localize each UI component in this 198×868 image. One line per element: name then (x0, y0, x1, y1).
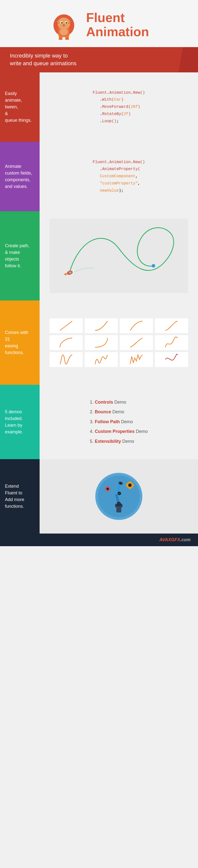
section-demos-label: 5 demosincluded.Learn byexample. (5, 409, 23, 435)
section-demos-sidebar: 5 demosincluded.Learn byexample. (0, 385, 40, 459)
svg-point-45 (107, 488, 109, 490)
header-section: Fluent Animation (0, 0, 198, 47)
svg-rect-42 (126, 485, 127, 486)
svg-point-39 (128, 484, 132, 487)
easing-grid (47, 316, 191, 369)
section-path-label: Create path,& makeobjectsfollow it. (5, 243, 30, 269)
section-easing: Comes with31easingfunctions. (0, 301, 198, 385)
easing-cell-10 (85, 352, 118, 367)
easing-cell-11 (120, 352, 153, 367)
svg-point-24 (152, 264, 155, 268)
section-path-content (40, 211, 198, 301)
tagline-banner: Incredibly simple way towrite and queue … (0, 47, 198, 72)
easing-cell-3 (120, 318, 153, 333)
svg-rect-46 (107, 486, 108, 487)
easing-cell-1 (49, 318, 83, 333)
path-demo-svg (49, 219, 188, 293)
svg-rect-17 (49, 219, 188, 293)
demo-item-1: 1. Controls Demo (90, 397, 148, 407)
section-easing-label: Comes with31easingfunctions. (5, 329, 28, 356)
demo-item-2: 2. Bounce Demo (90, 407, 148, 417)
section-path: Create path,& makeobjectsfollow it. (0, 211, 198, 301)
watermark-text: AVAXGFX.com (4, 537, 191, 542)
header-title: Fluent Animation (86, 11, 149, 39)
section-custom-content: Fluent.Animation.New() .AnimateProperty(… (40, 142, 198, 211)
svg-point-34 (118, 492, 120, 494)
demo-item-3: 3. Follow Path Demo (90, 417, 148, 427)
svg-rect-36 (119, 482, 120, 484)
section-extend-sidebar: ExtendFluent toAdd morefunctions. (0, 459, 40, 533)
code-custom: Fluent.Animation.New() .AnimateProperty(… (92, 159, 145, 194)
watermark: AVAXGFX.com (0, 533, 198, 546)
code-animate: Fluent.Animation.New() .With(Car) .MoveF… (92, 89, 145, 125)
demos-list: 1. Controls Demo 2. Bounce Demo 3. Follo… (90, 397, 148, 446)
svg-point-16 (60, 28, 68, 35)
section-custom-label: Animatecustom fields,components,and valu… (5, 163, 32, 190)
tagline-text: Incredibly simple way towrite and queue … (10, 52, 188, 67)
easing-cell-2 (85, 318, 118, 333)
svg-rect-28 (116, 506, 121, 513)
svg-rect-40 (129, 481, 131, 483)
easing-cell-9 (49, 352, 83, 367)
svg-rect-43 (132, 485, 134, 486)
section-easing-sidebar: Comes with31easingfunctions. (0, 301, 40, 385)
svg-point-32 (118, 502, 120, 505)
easing-cell-6 (85, 335, 118, 350)
svg-point-2 (57, 18, 70, 30)
section-custom-sidebar: Animatecustom fields,components,and valu… (0, 142, 40, 211)
easing-cell-8 (155, 335, 188, 350)
easing-cell-7 (120, 335, 153, 350)
svg-rect-47 (107, 491, 108, 492)
svg-rect-49 (110, 489, 111, 489)
svg-point-10 (66, 22, 67, 24)
section-extend: ExtendFluent toAdd morefunctions. (0, 459, 198, 533)
svg-point-9 (61, 22, 63, 24)
section-extend-content (40, 459, 198, 533)
section-custom: Animatecustom fields,components,and valu… (0, 142, 198, 211)
svg-point-11 (63, 24, 65, 26)
svg-rect-48 (105, 489, 106, 489)
demo-item-4: 4. Custom Properties Demo (90, 427, 148, 437)
section-path-sidebar: Create path,& makeobjectsfollow it. (0, 211, 40, 301)
section-animate-content: Fluent.Animation.New() .With(Car) .MoveF… (40, 72, 198, 142)
watermark-brand: AVAXGFX (159, 537, 180, 542)
section-easing-content (40, 301, 198, 385)
section-animate: Easily animate,tween,&queue things. Flue… (0, 72, 198, 142)
svg-rect-41 (129, 488, 131, 489)
section-animate-label: Easily animate,tween,&queue things. (5, 90, 35, 124)
section-demos-content: 1. Controls Demo 2. Bounce Demo 3. Follo… (40, 385, 198, 459)
section-animate-sidebar: Easily animate,tween,&queue things. (0, 72, 40, 142)
watermark-suffix: .com (180, 537, 191, 542)
section-extend-label: ExtendFluent toAdd morefunctions. (5, 483, 24, 510)
section-demos: 5 demosincluded.Learn byexample. 1. Cont… (0, 385, 198, 459)
easing-cell-5 (49, 335, 83, 350)
demo-item-5: 5. Extensibility Demo (90, 437, 148, 446)
robot-container (94, 471, 144, 521)
robot-svg (94, 471, 144, 521)
lion-logo (49, 10, 79, 40)
easing-cell-12 (155, 352, 188, 367)
easing-cell-4 (155, 318, 188, 333)
